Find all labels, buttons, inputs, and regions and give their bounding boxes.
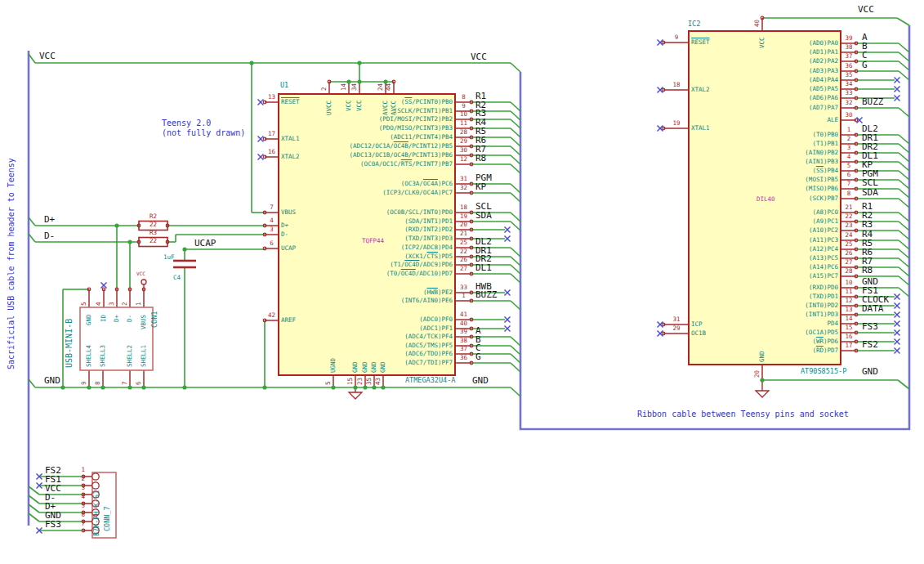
pin-name: PD4 xyxy=(703,320,838,327)
pin-number: 7 xyxy=(75,521,85,527)
pin-name: (T1/OC4D/ADC9)PD6 xyxy=(289,262,453,268)
pin-number: 3 xyxy=(109,302,115,306)
note-ribbon-cable: Ribbon cable between Teensy pins and soc… xyxy=(637,410,849,419)
net-label-vcc-u1[interactable]: VCC xyxy=(471,52,487,62)
pin-name: (OC1A)PD5 xyxy=(703,329,838,336)
pin-name: (A8)PC0 xyxy=(703,209,838,216)
wire-layer xyxy=(0,0,924,564)
pin-number: 22 xyxy=(456,248,471,255)
pin-number: 18 xyxy=(668,82,685,88)
pin-number: 4 xyxy=(75,494,85,500)
net-label[interactable]: SDA xyxy=(862,188,878,198)
pin-number: 2 xyxy=(75,476,85,482)
pin-number: 39 xyxy=(456,329,471,335)
net-label[interactable]: DL1 xyxy=(475,263,492,273)
net-label-d-minus[interactable]: D- xyxy=(44,231,55,241)
pin-number: 19 xyxy=(456,213,471,220)
r2-reference[interactable]: R2 xyxy=(139,213,167,220)
pin-number: 16 xyxy=(841,333,856,340)
pin-name: (TXD)PD1 xyxy=(703,293,838,300)
net-label[interactable]: G xyxy=(862,60,868,70)
pin-number: 24 xyxy=(377,83,384,91)
pin-number: 25 xyxy=(841,241,856,248)
net-label[interactable]: DATA xyxy=(862,304,884,314)
r3-value[interactable]: 22 xyxy=(139,238,167,244)
net-label[interactable]: SCL xyxy=(862,178,878,188)
ic2-value[interactable]: AT90S8515-P xyxy=(801,368,846,375)
net-label-gnd-ic2[interactable]: GND xyxy=(862,367,878,377)
net-label-ucap[interactable]: UCAP xyxy=(194,239,216,248)
net-label[interactable]: G xyxy=(475,352,481,362)
net-label[interactable]: FS3 xyxy=(862,322,878,332)
net-label[interactable]: KP xyxy=(475,182,486,192)
pin-name: (AD0)PA0 xyxy=(703,40,838,47)
pin-number: 21 xyxy=(841,204,856,211)
pin-number: 40 xyxy=(754,20,761,27)
pin-number: 41 xyxy=(456,311,471,318)
net-label[interactable]: BUZZ xyxy=(475,290,498,300)
net-label-vcc-ic2[interactable]: VCC xyxy=(858,5,874,15)
pin-name: (SCLK/PCINT1)PB1 xyxy=(289,108,453,114)
u1-reference[interactable]: U1 xyxy=(280,82,288,89)
c4-reference[interactable]: C4 xyxy=(173,275,181,281)
pin-name: AVCC xyxy=(382,101,389,115)
pin-name: VCC xyxy=(356,101,363,112)
pin-name: VCC xyxy=(759,37,766,48)
c4-value[interactable]: 1uF xyxy=(163,254,175,261)
pin-number: 1 xyxy=(456,293,471,299)
pin-number: 24 xyxy=(841,232,856,239)
pin-name: (ADC6/TDO)PF6 xyxy=(289,351,453,357)
pin-name: GND xyxy=(759,351,766,362)
pin-name: (ADC0)PF0 xyxy=(289,316,453,323)
net-label[interactable]: FS3 xyxy=(45,520,61,530)
pin-number: 37 xyxy=(456,346,471,352)
vcc-power-symbol-label: VCC xyxy=(136,271,145,276)
conn7-value[interactable]: B7K-PH-K-S1 xyxy=(93,490,100,536)
pin-name: (AD3)PA3 xyxy=(703,68,838,74)
pin-name: (SDA/INT1)PD1 xyxy=(289,218,453,225)
pin-number: 20 xyxy=(456,222,471,228)
pin-number: 29 xyxy=(668,325,685,332)
pin-number: 32 xyxy=(841,100,856,106)
net-label-d-plus[interactable]: D+ xyxy=(44,215,55,225)
r3-reference[interactable]: R3 xyxy=(139,230,167,236)
net-label[interactable]: FS2 xyxy=(862,340,878,350)
pin-number: 16 xyxy=(265,149,279,155)
pin-number: 3 xyxy=(75,485,85,491)
pin-name: SHELL2 xyxy=(127,345,133,367)
pin-name: (PDI/MOSI/PCINT2)PB2 xyxy=(289,116,453,123)
net-label[interactable]: C xyxy=(862,51,868,60)
pin-name: (SS)PB4 xyxy=(703,168,838,174)
pin-name: (AIN0)PB2 xyxy=(703,150,838,156)
r2-value[interactable]: 22 xyxy=(139,222,167,228)
ic2-reference[interactable]: IC2 xyxy=(688,20,700,28)
conn7-reference[interactable]: CONN_7 xyxy=(104,506,111,531)
net-label-vcc-top-left[interactable]: VCC xyxy=(39,51,56,61)
pin-name: (SS/PCINT0)PB0 xyxy=(289,99,453,105)
pin-name: (AD5)PA5 xyxy=(703,86,838,92)
con1-value[interactable]: USB-MINI-B xyxy=(65,319,74,368)
net-label[interactable]: BUZZ xyxy=(862,97,884,107)
pin-number: 1 xyxy=(136,302,142,306)
pin-number: 36 xyxy=(841,63,856,69)
pin-name: UGND xyxy=(330,358,337,373)
net-label[interactable]: SDA xyxy=(475,211,492,221)
pin-number: 5 xyxy=(81,302,87,306)
pin-name: (RXD/INT2)PD2 xyxy=(289,226,453,233)
pin-number: 18 xyxy=(456,204,471,211)
net-label[interactable]: R3 xyxy=(862,220,873,230)
pin-name: (A10)PC2 xyxy=(703,227,838,234)
pin-name: D- xyxy=(127,315,133,322)
net-label-gnd-left[interactable]: GND xyxy=(44,376,60,386)
pin-number: 7 xyxy=(122,381,128,385)
pin-name: (ADC11/PCINT4)PB4 xyxy=(289,134,453,141)
net-label-gnd-u1[interactable]: GND xyxy=(472,376,489,386)
pin-number: 36 xyxy=(456,355,471,361)
con1-reference[interactable]: CON1 xyxy=(151,311,158,328)
pin-number: 2 xyxy=(841,136,856,142)
pin-name: GND xyxy=(362,361,368,373)
u1-value[interactable]: ATMEGA32U4-A xyxy=(405,377,455,384)
net-label[interactable]: R8 xyxy=(475,154,486,163)
net-label[interactable]: R8 xyxy=(862,266,873,275)
pin-name: SHELL1 xyxy=(141,345,147,367)
